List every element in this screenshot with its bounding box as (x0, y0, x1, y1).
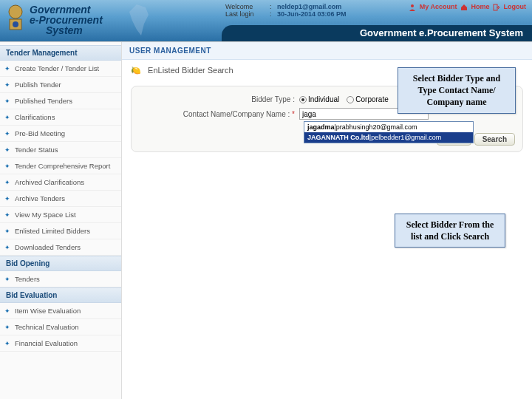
arrow-icon: ✦ (4, 163, 12, 170)
welcome-label: Welcome (225, 3, 270, 10)
sidebar-item-label: Publish Tender (15, 81, 61, 89)
sidebar-item-label: Downloaded Tenders (15, 243, 81, 251)
title-line: System (30, 25, 103, 35)
sidebar-item[interactable]: ✦Archived Clarifications (0, 174, 121, 191)
sidebar-item[interactable]: ✦Tender Status (0, 142, 121, 158)
sidebar-item[interactable]: ✦Technical Evaluation (0, 319, 121, 335)
lastlogin-label: Last login (225, 10, 270, 18)
arrow-icon: ✦ (4, 228, 12, 235)
bullet-icon: 🍋 (131, 66, 141, 75)
site-title: Government e-Procurement System (30, 4, 103, 35)
radio-corporate[interactable] (347, 96, 354, 103)
search-button[interactable]: Search (474, 133, 515, 146)
sidebar-item[interactable]: ✦Tenders (0, 271, 121, 287)
arrow-icon: ✦ (4, 340, 12, 347)
sidebar-item-label: Technical Evaluation (15, 323, 79, 331)
radio-corporate-label[interactable]: Corporate (355, 95, 388, 103)
arrow-icon: ✦ (4, 65, 12, 72)
arrow-icon: ✦ (4, 211, 12, 219)
sidebar-item[interactable]: ✦Publish Tender (0, 77, 121, 93)
sidebar-item-label: Create Tender / Tender List (15, 64, 99, 72)
dropdown-option[interactable]: jagadma|prabhusingh20@gmail.com (304, 122, 473, 132)
sidebar-item-label: Clarifications (15, 113, 55, 121)
top-nav: My Account Home Logout (407, 3, 526, 11)
arrow-icon: ✦ (4, 114, 12, 121)
page-title: USER MANAGEMENT (122, 42, 532, 60)
sidebar-item-label: Tender Comprehensive Report (15, 162, 110, 170)
arrow-icon: ✦ (4, 195, 12, 202)
national-emblem-icon (4, 3, 27, 34)
my-account-link[interactable]: My Account (420, 3, 457, 10)
lastlogin-value: 30-Jun-2014 03:06 PM (277, 10, 347, 18)
crumb-text: EnListed Bidder Search (148, 66, 233, 75)
arrow-icon: ✦ (4, 81, 12, 89)
svg-point-0 (9, 5, 22, 18)
arrow-icon: ✦ (4, 98, 12, 105)
radio-individual[interactable] (299, 96, 307, 103)
title-line: Government (30, 4, 103, 15)
sidebar-item-label: View My Space List (15, 211, 76, 219)
brand-bar: Government e.Procurement System (222, 25, 532, 41)
welcome-value: neldep1@gmail.com (277, 3, 341, 10)
india-map-icon (122, 1, 159, 38)
sidebar-section-tender: Tender Management (0, 45, 121, 61)
sidebar-section-bideval: Bid Evaluation (0, 287, 121, 303)
home-icon (460, 4, 468, 11)
sidebar-section-bidopen: Bid Opening (0, 256, 121, 271)
sidebar-item[interactable]: ✦Pre-Bid Meeting (0, 126, 121, 142)
arrow-icon: ✦ (4, 130, 12, 137)
arrow-icon: ✦ (4, 244, 12, 251)
sidebar-item[interactable]: ✦Tender Comprehensive Report (0, 158, 121, 174)
home-link[interactable]: Home (471, 3, 489, 10)
callout-select-type: Select Bidder Type and Type Contact Name… (398, 67, 516, 114)
person-icon (409, 4, 416, 11)
sidebar-item-label: Published Tenders (15, 97, 72, 105)
sidebar-item-label: Enlisted Limited Bidders (15, 227, 90, 235)
sidebar-item[interactable]: ✦Enlisted Limited Bidders (0, 223, 121, 239)
svg-point-3 (411, 4, 414, 7)
sidebar-item[interactable]: ✦Financial Evaluation (0, 335, 121, 352)
bidder-type-label: Bidder Type : (140, 95, 299, 103)
svg-point-2 (13, 21, 18, 27)
sidebar-item-label: Archived Clarifications (15, 178, 84, 186)
app-header: Government e-Procurement System Welcome … (0, 0, 532, 42)
logout-link[interactable]: Logout (504, 3, 527, 10)
login-info: Welcome : neldep1@gmail.com Last login :… (225, 3, 347, 18)
radio-individual-label[interactable]: Individual (308, 95, 339, 103)
sidebar-item[interactable]: ✦Item Wise Evaluation (0, 303, 121, 319)
arrow-icon: ✦ (4, 146, 12, 154)
autocomplete-dropdown: jagadma|prabhusingh20@gmail.com JAGANNAT… (304, 121, 474, 143)
main-content: USER MANAGEMENT 🍋 EnListed Bidder Search… (122, 42, 532, 399)
title-line: e-Procurement (30, 15, 103, 25)
sidebar-item[interactable]: ✦Create Tender / Tender List (0, 61, 121, 77)
sidebar: Tender Management ✦Create Tender / Tende… (0, 42, 122, 399)
logout-icon (493, 4, 500, 11)
sidebar-item[interactable]: ✦Clarifications (0, 109, 121, 126)
sidebar-item[interactable]: ✦View My Space List (0, 207, 121, 223)
sidebar-item[interactable]: ✦Archive Tenders (0, 191, 121, 207)
arrow-icon: ✦ (4, 276, 12, 283)
contact-label: Contact Name/Company Name : * (140, 110, 299, 118)
sidebar-item-label: Financial Evaluation (15, 339, 78, 347)
callout-select-bidder: Select Bidder From the list and Click Se… (395, 214, 505, 248)
sidebar-item-label: Archive Tenders (15, 194, 65, 202)
sidebar-item-label: Tender Status (15, 146, 58, 154)
sidebar-item[interactable]: ✦Downloaded Tenders (0, 239, 121, 256)
sidebar-item-label: Tenders (15, 275, 40, 283)
sidebar-item-label: Item Wise Evaluation (15, 307, 81, 315)
sidebar-item[interactable]: ✦Published Tenders (0, 93, 121, 109)
arrow-icon: ✦ (4, 179, 12, 186)
arrow-icon: ✦ (4, 307, 12, 315)
dropdown-option-selected[interactable]: JAGANNATH Co.ltd|pelbedder1@gmail.com (304, 132, 473, 143)
arrow-icon: ✦ (4, 324, 12, 331)
sidebar-item-label: Pre-Bid Meeting (15, 129, 65, 137)
